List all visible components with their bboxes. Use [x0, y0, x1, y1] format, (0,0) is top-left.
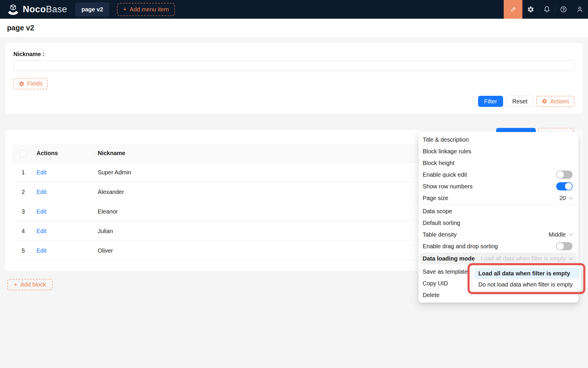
edit-link[interactable]: Edit	[36, 228, 46, 234]
reset-button[interactable]: Reset	[506, 96, 533, 107]
chevron-down-icon	[569, 231, 573, 236]
navbar-right-icons	[504, 0, 588, 19]
nickname-cell: Eleanor	[95, 208, 157, 215]
menu-item-data-loading-mode[interactable]: Data loading mode Load all data when fil…	[420, 253, 577, 264]
data-loading-mode-value: Load all data when filter is empty	[481, 255, 566, 262]
user-menu-button[interactable]	[572, 0, 588, 19]
submenu-option-do-not-load-data[interactable]: Do not load data when filter is empty	[474, 279, 580, 290]
menu-item-page-size[interactable]: Page size 20	[419, 192, 578, 204]
drag-drop-sorting-toggle[interactable]	[556, 242, 573, 250]
nocobase-brand: NocoBase	[7, 3, 67, 15]
menu-item-default-sorting[interactable]: Default sorting	[419, 217, 578, 229]
menu-item-show-row-numbers[interactable]: Show row numbers	[419, 180, 578, 192]
row-number: 3	[12, 208, 34, 215]
page-title: page v2	[7, 24, 581, 32]
menu-item-table-density[interactable]: Table density Middle	[419, 229, 578, 240]
nocobase-logo-icon	[7, 3, 19, 15]
menu-item-block-linkage-rules[interactable]: Block linkage rules	[419, 145, 578, 157]
add-menu-item-button[interactable]: + Add menu item	[117, 3, 175, 16]
menu-item-enable-quick-edit[interactable]: Enable quick edit	[419, 169, 578, 180]
data-loading-mode-submenu: Load all data when filter is empty Do no…	[473, 266, 581, 291]
filter-form-block: Nickname : Fields Filter Reset Actions	[5, 43, 583, 114]
show-row-numbers-toggle[interactable]	[556, 182, 573, 190]
gear-icon	[542, 98, 547, 104]
select-all-checkbox[interactable]	[20, 150, 27, 157]
top-navbar: NocoBase page v2 + Add menu item	[0, 0, 588, 19]
page-header: page v2	[0, 19, 588, 37]
filter-button[interactable]: Filter	[478, 96, 503, 107]
column-header-actions[interactable]: Actions	[34, 150, 95, 157]
plus-icon: +	[123, 6, 127, 13]
nickname-field-label: Nickname :	[13, 51, 575, 58]
menu-tab-page-v2[interactable]: page v2	[75, 2, 109, 17]
submenu-option-load-all-data[interactable]: Load all data when filter is empty	[474, 268, 580, 279]
page-size-value: 20	[559, 195, 566, 202]
table-density-value: Middle	[549, 231, 566, 238]
highlighter-icon	[509, 6, 517, 13]
menu-item-enable-drag-drop-sorting[interactable]: Enable drag and drop sorting	[419, 240, 578, 252]
edit-link[interactable]: Edit	[36, 208, 46, 215]
settings-button[interactable]	[522, 0, 539, 19]
gear-icon	[527, 6, 534, 13]
actions-config-button[interactable]: Actions	[536, 96, 575, 107]
row-number: 2	[12, 189, 34, 195]
edit-link[interactable]: Edit	[36, 169, 46, 176]
bell-icon	[543, 6, 551, 13]
notifications-button[interactable]	[539, 0, 555, 19]
nickname-cell: Alexander	[95, 189, 157, 195]
nickname-input[interactable]	[13, 60, 575, 71]
row-number: 1	[12, 169, 34, 176]
menu-item-title-description[interactable]: Title & description	[419, 134, 578, 145]
row-number: 5	[12, 247, 34, 254]
edit-link[interactable]: Edit	[36, 189, 46, 195]
user-icon	[576, 6, 584, 13]
menu-divider	[419, 265, 578, 265]
nickname-cell: Julian	[95, 228, 157, 235]
nickname-cell: Super Admin	[95, 169, 157, 176]
nickname-cell: Oliver	[95, 247, 157, 254]
add-block-button[interactable]: + Add block	[7, 279, 52, 290]
gear-icon	[19, 81, 24, 87]
menu-item-block-height[interactable]: Block height	[419, 157, 578, 169]
plus-icon: +	[14, 282, 18, 288]
chevron-down-icon	[569, 255, 573, 260]
ui-editor-highlighter-button[interactable]	[504, 0, 522, 19]
enable-quick-edit-toggle[interactable]	[556, 171, 573, 179]
question-icon	[560, 6, 567, 13]
menu-divider	[419, 204, 578, 205]
help-button[interactable]	[555, 0, 572, 19]
column-header-nickname[interactable]: Nickname	[95, 150, 157, 157]
brand-name: NocoBase	[23, 4, 67, 15]
row-number: 4	[12, 228, 34, 235]
chevron-down-icon	[569, 195, 573, 199]
menu-item-data-scope[interactable]: Data scope	[419, 205, 578, 217]
fields-config-button[interactable]: Fields	[13, 78, 48, 89]
edit-link[interactable]: Edit	[36, 247, 46, 254]
